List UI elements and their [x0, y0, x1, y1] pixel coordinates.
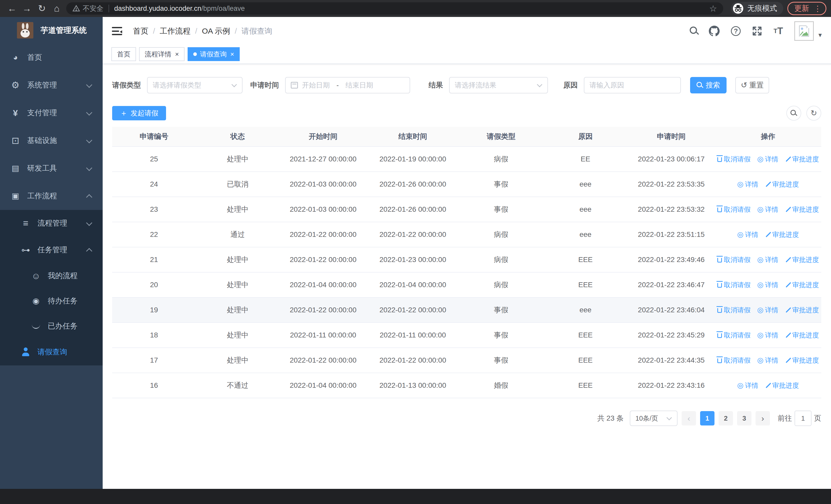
detail-link[interactable]: 详情	[757, 280, 778, 290]
show-search-button[interactable]	[786, 106, 801, 121]
cancel-leave-link[interactable]: 取消请假	[717, 280, 751, 290]
reset-button[interactable]: ↺ 重置	[735, 77, 769, 93]
column-header: 申请编号	[112, 127, 196, 147]
sidebar-item-payment-management[interactable]: 支付管理	[0, 99, 103, 127]
detail-link[interactable]: 详情	[757, 155, 778, 164]
breadcrumb-item[interactable]: OA 示例	[202, 26, 230, 36]
breadcrumb-item[interactable]: 首页	[133, 26, 148, 36]
font-size-icon[interactable]: TT	[774, 26, 783, 36]
leave-type-select[interactable]: 请选择请假类型	[147, 77, 242, 93]
detail-link[interactable]: 详情	[737, 180, 758, 189]
approval-progress-link[interactable]: 审批进度	[765, 180, 799, 189]
sidebar-item-done-tasks[interactable]: 已办任务	[0, 314, 103, 339]
fullscreen-icon[interactable]	[752, 26, 762, 36]
search-button[interactable]: 搜索	[690, 77, 726, 93]
sidebar-item-dev-tools[interactable]: 研发工具	[0, 154, 103, 182]
approval-progress-link[interactable]: 审批进度	[785, 356, 819, 365]
approval-progress-link[interactable]: 审批进度	[785, 280, 819, 290]
back-icon[interactable]: ←	[5, 3, 20, 14]
table-row: 16 不通过 2022-01-04 00:00:00 2022-01-13 00…	[112, 373, 821, 398]
forward-icon[interactable]: →	[20, 3, 34, 14]
sidebar-item-workflow[interactable]: 工作流程	[0, 182, 103, 210]
eye-closed-icon	[31, 321, 41, 331]
approval-progress-link[interactable]: 审批进度	[765, 230, 799, 239]
cancel-leave-link[interactable]: 取消请假	[717, 155, 751, 164]
tab-home[interactable]: 首页 ×	[111, 47, 136, 61]
view-icon	[757, 256, 765, 264]
view-icon	[757, 306, 765, 314]
avatar[interactable]	[794, 21, 814, 41]
avatar-caret-icon[interactable]: ▾	[819, 31, 822, 39]
page-button-2[interactable]: 2	[719, 411, 733, 425]
home-icon[interactable]: ⌂	[49, 3, 64, 14]
page-button-1[interactable]: 1	[700, 411, 715, 425]
browser-update-button[interactable]: 更新 ⋮	[787, 2, 826, 15]
header-icons: ? TT ▾	[691, 21, 822, 41]
github-icon[interactable]	[709, 26, 720, 36]
prev-page-button[interactable]: ‹	[682, 411, 696, 425]
tab-process-detail[interactable]: 流程详情 ×	[139, 47, 184, 61]
next-page-button[interactable]: ›	[755, 411, 770, 425]
result-select[interactable]: 请选择流结果	[449, 77, 548, 93]
approval-progress-link[interactable]: 审批进度	[785, 255, 819, 264]
cell-reason: EEE	[543, 272, 628, 297]
close-icon[interactable]: ×	[230, 50, 234, 58]
sidebar-item-home[interactable]: 首页	[0, 43, 103, 71]
address-bar[interactable]: 不安全 dashboard.yudao.iocoder.cn /bpm/oa/l…	[66, 2, 723, 14]
browser-menu-dots-icon[interactable]: ⋮	[814, 4, 822, 13]
table-row: 24 已取消 2022-01-03 00:00:00 2022-01-26 00…	[112, 172, 821, 197]
detail-link[interactable]: 详情	[757, 331, 778, 340]
cell-id: 22	[112, 222, 196, 247]
tab-leave-query[interactable]: 请假查询 ×	[188, 47, 240, 61]
sidebar-item-system-management[interactable]: 系统管理	[0, 71, 103, 99]
goto-page-input[interactable]	[795, 411, 811, 426]
cancel-leave-link[interactable]: 取消请假	[717, 331, 751, 340]
total-count-label: 共 23 条	[597, 413, 624, 423]
search-icon[interactable]	[691, 28, 697, 34]
view-icon	[757, 206, 765, 213]
approval-progress-link[interactable]: 审批进度	[785, 155, 819, 164]
cell-start-time: 2022-01-11 00:00:00	[280, 323, 367, 348]
sidebar-item-task-management[interactable]: 任务管理	[0, 237, 103, 263]
cell-status: 处理中	[196, 247, 280, 272]
cell-id: 24	[112, 172, 196, 197]
cell-apply-time: 2022-01-22 23:46:47	[628, 272, 715, 297]
cell-status: 处理中	[196, 197, 280, 222]
apply-time-range-picker[interactable]: 开始日期 - 结束日期	[285, 77, 410, 93]
sidebar-item-process-management[interactable]: 流程管理	[0, 210, 103, 237]
cancel-leave-link[interactable]: 取消请假	[717, 255, 751, 264]
close-icon[interactable]: ×	[175, 50, 179, 58]
create-leave-button[interactable]: ＋ 发起请假	[112, 106, 166, 120]
detail-link[interactable]: 详情	[757, 306, 778, 315]
detail-link[interactable]: 详情	[757, 356, 778, 365]
approval-progress-link[interactable]: 审批进度	[785, 205, 819, 214]
security-label[interactable]: 不安全	[83, 4, 104, 13]
sidebar-item-leave-query[interactable]: 请假查询	[0, 339, 103, 365]
approval-progress-link[interactable]: 审批进度	[785, 306, 819, 315]
row-actions: 详情审批进度	[715, 230, 821, 239]
cancel-leave-link[interactable]: 取消请假	[717, 205, 751, 214]
approval-progress-link[interactable]: 审批进度	[765, 381, 799, 390]
bookmark-star-icon[interactable]: ☆	[709, 3, 717, 13]
refresh-table-button[interactable]: ↻	[806, 106, 821, 121]
help-icon[interactable]: ?	[731, 26, 741, 36]
cancel-leave-link[interactable]: 取消请假	[717, 306, 751, 315]
sidebar-item-todo-tasks[interactable]: 待办任务	[0, 289, 103, 314]
detail-link[interactable]: 详情	[737, 230, 758, 239]
sidebar-item-my-processes[interactable]: 我的流程	[0, 263, 103, 289]
sidebar-item-infrastructure[interactable]: 基础设施	[0, 127, 103, 154]
detail-link[interactable]: 详情	[757, 255, 778, 264]
trash-icon	[717, 308, 722, 313]
detail-link[interactable]: 详情	[737, 381, 758, 390]
detail-link[interactable]: 详情	[757, 205, 778, 214]
reload-icon[interactable]: ↻	[34, 3, 49, 14]
page-size-select[interactable]: 10条/页	[630, 411, 678, 426]
view-icon	[737, 382, 745, 390]
page-button-3[interactable]: 3	[737, 411, 751, 425]
approval-progress-link[interactable]: 审批进度	[785, 331, 819, 340]
cancel-leave-link[interactable]: 取消请假	[717, 356, 751, 365]
list-icon	[21, 218, 31, 228]
breadcrumb-item[interactable]: 工作流程	[160, 26, 191, 36]
reason-input[interactable]	[590, 81, 675, 89]
collapse-sidebar-icon[interactable]	[112, 27, 122, 35]
